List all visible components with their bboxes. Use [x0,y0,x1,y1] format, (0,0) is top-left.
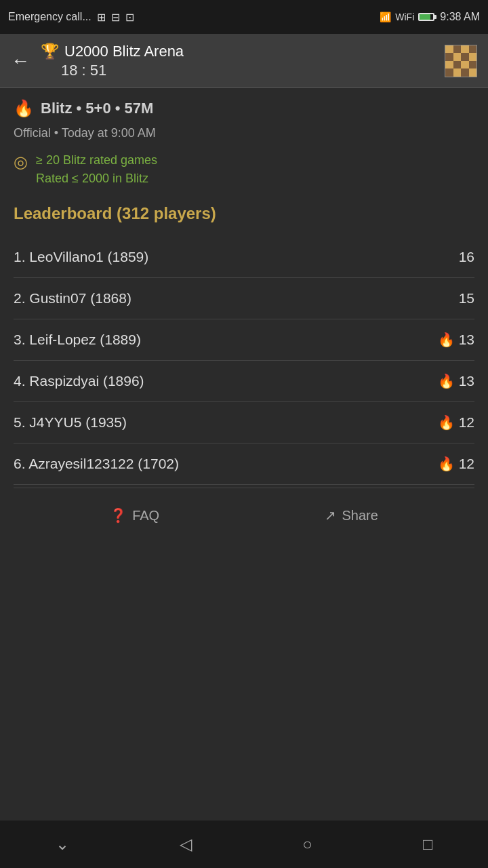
sim-icon: ⊞ [97,11,106,24]
player-list: 1. LeoVillano1 (1859) 16 2. Gustin07 (18… [14,237,474,485]
share-icon: ↗ [325,507,336,524]
nav-recent-icon[interactable]: □ [423,835,433,854]
player-row[interactable]: 6. Azrayesil123122 (1702) 🔥 12 [14,443,474,485]
chess-cell [453,53,462,61]
trophy-icon: 🏆 [41,43,59,60]
player-name: 6. Azrayesil123122 (1702) [14,456,179,472]
chess-cell [469,45,477,54]
streak-fire-icon: 🔥 [438,373,455,389]
player-row[interactable]: 3. Leif-Lopez (1889) 🔥 13 [14,319,474,361]
player-score: 🔥 13 [438,373,474,389]
battery-icon [418,13,434,21]
target-icon: ◎ [14,153,28,172]
player-score: 16 [459,249,474,265]
arena-name: U2000 Blitz Arena [64,43,184,60]
req-line2: Rated ≤ 2000 in Blitz [36,170,157,188]
player-row[interactable]: 4. Raspizdyai (1896) 🔥 13 [14,361,474,402]
chess-cell [461,68,469,77]
player-score: 🔥 12 [438,414,474,431]
back-button[interactable]: ← [11,52,30,71]
status-bar: Emergency call... ⊞ ⊟ ⊡ 📶 WiFi 9:38 AM [0,0,488,34]
nav-bar: ⌄ ◁ ○ □ [0,821,488,868]
chess-cell [469,68,477,77]
status-bar-left: Emergency call... ⊞ ⊟ ⊡ [8,11,134,24]
req-lines: ≥ 20 Blitz rated games Rated ≤ 2000 in B… [36,151,157,188]
official-text: Official • Today at 9:00 AM [14,126,474,140]
chess-cell [445,68,453,77]
player-score: 🔥 13 [438,332,474,348]
streak-fire-icon: 🔥 [438,456,455,472]
player-score: 15 [459,290,474,307]
chess-cell [453,61,462,69]
app-bar-title: 🏆 U2000 Blitz Arena 18 : 51 [41,43,445,79]
requirements: ◎ ≥ 20 Blitz rated games Rated ≤ 2000 in… [14,151,474,188]
chess-cell [453,68,462,77]
chess-cell [461,61,469,69]
chess-cell [461,53,469,61]
player-row[interactable]: 5. J4YYU5 (1935) 🔥 12 [14,402,474,443]
faq-button[interactable]: ❓ FAQ [110,507,159,524]
bottom-actions: ❓ FAQ ↗ Share [14,488,474,542]
chess-cell [469,53,477,61]
nav-down-icon[interactable]: ⌄ [56,835,69,854]
player-name: 1. LeoVillano1 (1859) [14,249,148,265]
req-line1: ≥ 20 Blitz rated games [36,151,157,170]
chess-cell [461,45,469,54]
blitz-info: 🔥 Blitz • 5+0 • 57M [14,99,474,118]
wifi-icon: WiFi [395,12,414,22]
share-button[interactable]: ↗ Share [325,507,378,524]
emergency-call-text: Emergency call... [8,11,92,23]
leaderboard-title: Leaderboard (312 players) [14,204,474,223]
player-row[interactable]: 1. LeoVillano1 (1859) 16 [14,237,474,278]
chess-cell [445,61,453,69]
chess-cell [469,61,477,69]
chessboard-icon[interactable] [445,45,477,77]
share-label: Share [342,508,378,524]
chess-cell [453,45,462,54]
screenshot-icon: ⊡ [125,11,134,24]
player-score: 🔥 12 [438,456,474,472]
status-icons: 📶 WiFi 9:38 AM [380,11,480,23]
nav-home-icon[interactable]: ○ [302,835,312,854]
player-name: 3. Leif-Lopez (1889) [14,332,141,348]
streak-fire-icon: 🔥 [438,332,455,348]
status-time: 9:38 AM [440,11,480,23]
nav-back-icon[interactable]: ◁ [180,835,192,854]
chess-cell [445,45,453,54]
chess-cell [445,53,453,61]
blitz-fire-icon: 🔥 [14,99,34,118]
main-content: 🔥 Blitz • 5+0 • 57M Official • Today at … [0,88,488,553]
signal-icon: 📶 [380,12,391,22]
faq-label: FAQ [132,508,159,524]
title-row: 🏆 U2000 Blitz Arena [41,43,445,60]
player-row[interactable]: 2. Gustin07 (1868) 15 [14,278,474,319]
blitz-details: Blitz • 5+0 • 57M [41,100,153,117]
player-name: 4. Raspizdyai (1896) [14,373,144,389]
faq-icon: ❓ [110,507,127,524]
player-name: 2. Gustin07 (1868) [14,290,131,307]
keyboard-icon: ⊟ [111,11,120,24]
timer: 18 : 51 [41,62,445,79]
app-bar: ← 🏆 U2000 Blitz Arena 18 : 51 [0,34,488,88]
player-name: 5. J4YYU5 (1935) [14,414,127,431]
streak-fire-icon: 🔥 [438,414,455,431]
